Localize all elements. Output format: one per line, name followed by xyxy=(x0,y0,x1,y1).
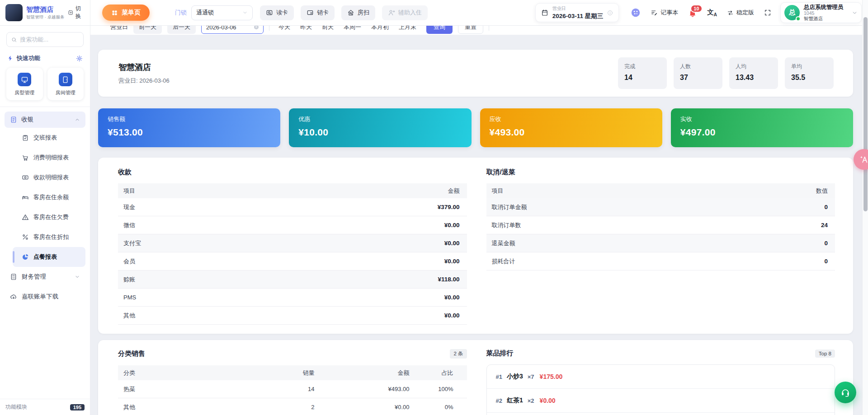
quick-date-link[interactable]: 昨天 xyxy=(300,26,312,31)
category-sales-section: 分类销售 2 条 分类 销量 金额 占比 热菜 14 ¥493.00 xyxy=(118,347,467,415)
gear-icon[interactable] xyxy=(76,55,83,62)
online-status-dot xyxy=(796,16,801,21)
door-lock-select[interactable]: 通通锁 xyxy=(191,5,253,20)
dish-ranking-title: 菜品排行 xyxy=(486,349,514,358)
menu-item-icon xyxy=(22,134,29,141)
rank-item: #3 小炒6 ×2 ¥40.00 xyxy=(487,413,835,415)
toolbar-bizday-label: 营业日 xyxy=(110,26,128,31)
theme-palette-icon[interactable] xyxy=(631,8,641,18)
swap-arrows-icon xyxy=(727,9,734,16)
topbar-action-button[interactable]: 房扫 xyxy=(341,5,375,20)
page-scrollbar[interactable] xyxy=(862,0,868,415)
cloud-download-icon xyxy=(10,293,17,300)
rank-item: #1 小炒3 ×7 ¥175.00 xyxy=(487,365,835,389)
summary-card: 实收 ¥497.00 xyxy=(671,108,853,147)
brand-area: 智慧酒店 智慧管理 · 卓越服务 切换 xyxy=(0,0,90,25)
notifications-button[interactable]: 10 xyxy=(688,8,697,17)
chevron-down-icon xyxy=(75,274,80,280)
topbar: 智慧酒店 智慧管理 · 卓越服务 切换 菜单页 门锁 通通锁 读卡 xyxy=(0,0,868,26)
version-switch-button[interactable]: 稳定版 xyxy=(727,9,754,17)
sidebar-menu-item[interactable]: 收款明细报表 xyxy=(13,168,85,187)
scrollbar-thumb[interactable] xyxy=(863,17,868,211)
date-input[interactable]: 2026-03-06 xyxy=(201,26,264,34)
search-button[interactable]: 查询 xyxy=(426,26,453,34)
support-floating-button[interactable] xyxy=(835,382,856,403)
table-row: 其他 ¥0.00 xyxy=(118,307,467,325)
menu-group-finance[interactable]: 财务管理 xyxy=(5,267,85,287)
menu-items: 交班报表 消费明细报表 收款明细报表 客房在住余额 xyxy=(5,128,85,267)
business-day-widget[interactable]: 营业日 2026-03-11 星期三 xyxy=(535,3,619,22)
headset-icon xyxy=(840,387,850,397)
reset-button[interactable]: 重置 xyxy=(458,26,483,34)
topbar-action-button[interactable]: 读卡 xyxy=(260,5,294,20)
search-input[interactable] xyxy=(20,36,79,43)
quick-date-link[interactable]: 上月末 xyxy=(399,26,416,31)
sidebar-menu-item[interactable]: 交班报表 xyxy=(13,128,85,148)
room-type-icon xyxy=(18,73,31,86)
table-row: 退菜金额 0 xyxy=(486,234,835,252)
cancellations-table: 取消订单金额 0 取消订单数 24 退菜金额 0 xyxy=(486,198,835,270)
calculator-icon xyxy=(10,273,17,280)
cancellations-title: 取消/退菜 xyxy=(486,165,835,183)
stat-box: 人均 13.43 xyxy=(729,57,778,89)
menu-item-icon xyxy=(22,194,29,201)
next-day-button[interactable]: 后一天 xyxy=(167,26,196,34)
stat-box: 人数 37 xyxy=(674,57,722,89)
notepad-icon xyxy=(651,9,658,16)
grid-icon xyxy=(111,9,118,16)
user-menu[interactable]: 总 总店系统管理员 1045 智慧酒店 xyxy=(780,2,862,23)
language-switch-button[interactable]: 文A xyxy=(707,8,717,17)
translate-icon xyxy=(859,154,868,164)
notepad-button[interactable]: 记事本 xyxy=(651,9,678,17)
clear-date-icon[interactable] xyxy=(253,26,259,30)
dish-name: 小炒3 xyxy=(507,373,523,381)
sidebar-menu-item[interactable]: 客房在住折扣 xyxy=(13,227,85,247)
rank-number: #2 xyxy=(496,397,502,404)
door-lock-label: 门锁 xyxy=(175,9,187,17)
table-row: 会员 ¥0.00 xyxy=(118,252,467,270)
summary-card: 应收 ¥493.00 xyxy=(480,108,662,147)
quick-date-link[interactable]: 前天 xyxy=(322,26,334,31)
modules-label: 功能模块 xyxy=(5,403,27,411)
topbar-action-button[interactable]: 销卡 xyxy=(301,5,335,20)
dish-amount: ¥0.00 xyxy=(540,397,556,404)
sidebar-menu-item[interactable]: 客房在住欠费 xyxy=(13,207,85,227)
quick-date-link[interactable]: 本月初 xyxy=(371,26,389,31)
dish-name: 红茶1 xyxy=(507,396,523,405)
summary-card: 优惠 ¥10.00 xyxy=(289,108,471,147)
quick-date-links: 今天昨天前天本周一本月初上月末 xyxy=(278,26,416,31)
chevron-down-icon xyxy=(242,10,248,15)
brand-title: 智慧酒店 xyxy=(26,5,64,13)
summary-card: 销售额 ¥513.00 xyxy=(98,108,280,147)
prev-day-button[interactable]: 前一天 xyxy=(133,26,162,34)
sidebar-menu-item[interactable]: 消费明细报表 xyxy=(13,148,85,168)
table-row: 取消订单数 24 xyxy=(486,216,835,234)
category-count-badge: 2 条 xyxy=(450,349,467,359)
menu-item-icon xyxy=(22,214,29,221)
topbar-action-button[interactable]: 辅助入住 xyxy=(382,5,428,20)
info-icon xyxy=(607,10,613,16)
menu-page-button[interactable]: 菜单页 xyxy=(102,5,150,21)
fullscreen-icon[interactable] xyxy=(764,9,771,16)
menu-item-billing-download[interactable]: 嘉联账单下载 xyxy=(5,287,85,307)
cancellations-section: 取消/退菜 项目 数值 取消订单金额 0 取消订单数 xyxy=(486,165,835,325)
topbar-icon-group: 记事本 10 文A 稳定版 xyxy=(631,8,771,18)
sidebar-menu-item[interactable]: 点餐报表 xyxy=(13,247,85,267)
quick-tile-room[interactable]: 房间管理 xyxy=(47,68,84,100)
action-icon xyxy=(388,9,395,16)
sidebar-menu-item[interactable]: 客房在住余额 xyxy=(13,187,85,207)
summary-stats: 完成 14 人数 37 人均 13.43 单均 xyxy=(618,57,834,89)
brand-subtitle: 智慧管理 · 卓越服务 xyxy=(26,14,64,20)
modules-count-badge: 195 xyxy=(70,404,85,410)
menu-item-icon xyxy=(22,233,29,241)
rank-item: #2 红茶1 ×2 ¥0.00 xyxy=(487,389,835,413)
quick-tile-room-type[interactable]: 房型管理 xyxy=(6,68,43,100)
sidebar-search[interactable] xyxy=(6,32,84,47)
quick-date-link[interactable]: 本周一 xyxy=(344,26,361,31)
chevron-up-icon xyxy=(75,117,80,122)
switch-store-button[interactable]: 切换 xyxy=(68,5,85,20)
calendar-icon xyxy=(541,9,548,16)
menu-group-cashier[interactable]: 收银 xyxy=(5,112,85,128)
document-icon xyxy=(10,116,17,123)
quick-date-link[interactable]: 今天 xyxy=(278,26,290,31)
